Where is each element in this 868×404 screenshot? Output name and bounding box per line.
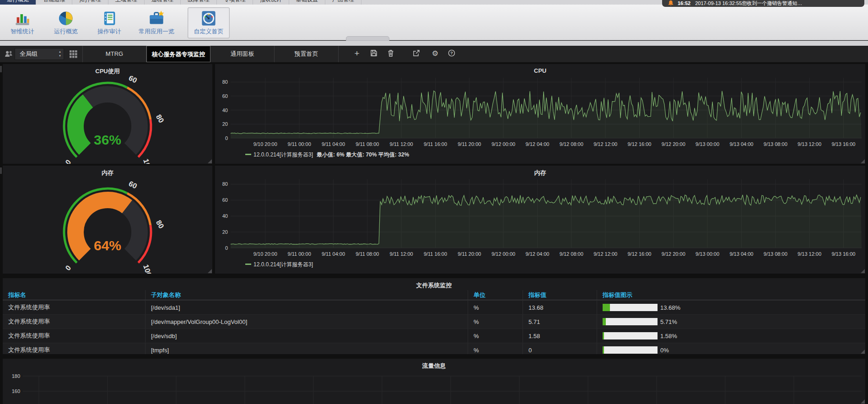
panel-mem-line: 内存0204060809/10 20:009/11 00:009/11 04:0… xyxy=(215,166,865,274)
toolbar-item-label: 智维统计 xyxy=(2,27,43,36)
dashboard-tab-1[interactable]: MTRG xyxy=(82,46,146,62)
mem-gauge: 0608010064% xyxy=(3,178,212,274)
x-axis-label: 9/12 16:00 xyxy=(627,141,651,147)
gauge-tick-label: 80 xyxy=(155,219,166,230)
menu-item-7[interactable]: 专项管理 xyxy=(217,0,253,5)
export-button[interactable] xyxy=(411,49,422,59)
table-row: 文件系统使用率[/dev/mapper/VolGroup00-LogVol00]… xyxy=(3,314,865,329)
x-axis-label: 9/12 20:00 xyxy=(662,141,685,147)
x-axis-label: 9/11 04:00 xyxy=(322,251,345,257)
gauge-tick-label: 100 xyxy=(142,158,153,164)
gauge-value: 36% xyxy=(94,132,121,147)
settings-button[interactable]: ⚙ xyxy=(430,49,441,59)
value-bar xyxy=(603,346,658,354)
x-axis-label: 9/11 00:00 xyxy=(288,141,311,147)
table-header-cell[interactable]: 子对象名称 xyxy=(145,290,468,300)
gauge-value: 64% xyxy=(94,238,121,253)
menu-item-5[interactable]: 巡检管理 xyxy=(145,0,181,5)
toolbar-item-5[interactable]: 自定义首页 xyxy=(188,7,230,38)
toolbar-item-label: 自定义首页 xyxy=(188,27,229,36)
dashboard-grid-icon[interactable] xyxy=(70,50,77,60)
cell-metric-name: 文件系统使用率 xyxy=(3,329,145,343)
cell-object-name: [tmpfs] xyxy=(145,343,468,354)
flow-grid-plot: 180160 xyxy=(3,359,865,404)
menu-item-9[interactable]: 基础设置 xyxy=(289,0,325,5)
table-header-cell[interactable]: 指标名 xyxy=(3,290,145,300)
toolbar-item-2[interactable]: 运行概览 xyxy=(45,7,87,38)
x-axis-label: 9/12 08:00 xyxy=(560,141,583,147)
group-select-value: 全局组 xyxy=(20,50,38,57)
help-button[interactable]: ? xyxy=(446,49,457,59)
y-axis-label: 160 xyxy=(12,388,20,394)
pie-chart-icon xyxy=(58,10,74,27)
dashboard-gauge-icon xyxy=(200,10,217,27)
y-axis-label: 60 xyxy=(222,93,228,99)
toolbar-item-label: 常用应用一览 xyxy=(136,27,177,36)
y-axis-label: 180 xyxy=(12,373,20,379)
legend-series-name[interactable]: 12.0.0.214[计算服务器3] xyxy=(253,151,313,158)
panel-title-cpu-gauge[interactable]: CPU使用 xyxy=(3,67,212,75)
menu-item-3[interactable]: 拓扑管理 xyxy=(72,0,108,5)
toolbar-item-3[interactable]: 操作审计 xyxy=(88,7,130,38)
x-axis-label: 9/10 20:00 xyxy=(253,141,277,147)
x-axis-label: 9/12 00:00 xyxy=(491,141,515,147)
gauge-tick-label: 100 xyxy=(142,264,153,274)
y-axis-label: 80 xyxy=(222,181,228,187)
cell-value-bar: 1.58% xyxy=(597,329,865,343)
value-bar-fill xyxy=(603,318,606,325)
x-axis-label: 9/11 20:00 xyxy=(458,251,481,257)
menu-item-1[interactable]: 运行概览 xyxy=(0,0,36,5)
cell-metric-name: 文件系统使用率 xyxy=(3,315,145,329)
dashboard-tab-4[interactable]: 预置首页 xyxy=(275,46,339,62)
table-header-cell[interactable]: 指标值 xyxy=(523,290,597,300)
x-axis-label: 9/12 04:00 xyxy=(525,141,549,147)
chart-legend: 12.0.0.214[计算服务器3]最小值: 6% 最大值: 70% 平均值: … xyxy=(245,151,409,159)
legend-color-icon xyxy=(245,264,251,265)
save-button[interactable] xyxy=(368,49,379,59)
x-axis-label: 9/11 12:00 xyxy=(390,251,413,257)
dashboard-tab-2[interactable]: 核心服务器专项监控 xyxy=(146,46,210,62)
notification-toast[interactable]: 16:522017-09-13 16:32:55您收到一个撤销告警通知… xyxy=(662,0,864,7)
x-axis-label: 9/13 04:00 xyxy=(729,141,753,147)
legend-series-name[interactable]: 12.0.0.214[计算服务器3] xyxy=(253,261,313,268)
dashboard-tab-3[interactable]: 通用面板 xyxy=(210,46,275,62)
table-header-cell[interactable]: 单位 xyxy=(468,290,523,300)
cell-value: 13.68 xyxy=(523,301,597,314)
menu-item-2[interactable]: 智能运维 xyxy=(36,0,72,5)
panel-flow-grid: 流量信息180160 xyxy=(3,359,865,404)
gauge-tick-label: 60 xyxy=(128,180,139,190)
menu-item-8[interactable]: 报表统计 xyxy=(253,0,289,5)
y-axis-label: 20 xyxy=(222,121,228,127)
cpu-line-plot: 0204060809/10 20:009/11 00:009/11 04:009… xyxy=(215,64,865,164)
toast-time: 16:52 xyxy=(678,0,690,6)
group-select[interactable]: 全局组 ▲▼ xyxy=(15,48,64,60)
panel-row-handle[interactable] xyxy=(0,167,2,174)
add-button[interactable]: + xyxy=(351,49,362,59)
table-row: 文件系统使用率[tmpfs]%00% xyxy=(3,343,865,354)
x-axis-label: 9/12 12:00 xyxy=(593,251,617,257)
value-bar-fill xyxy=(603,332,604,339)
value-bar xyxy=(603,318,658,325)
panel-title-fs-table[interactable]: 文件系统监控 xyxy=(3,281,865,290)
x-axis-label: 9/11 16:00 xyxy=(424,251,447,257)
toolbar-collapse-handle[interactable] xyxy=(346,36,389,41)
panel-title-mem-gauge[interactable]: 内存 xyxy=(3,169,212,177)
panel-row-handle[interactable] xyxy=(0,66,2,72)
gauge-tick-label: 60 xyxy=(128,76,139,85)
value-bar-label: 13.68% xyxy=(660,304,680,311)
menu-item-4[interactable]: 主域管理 xyxy=(108,0,145,5)
value-bar-label: 5.71% xyxy=(660,318,677,325)
audit-doc-icon xyxy=(101,10,118,27)
toolbar-item-label: 操作审计 xyxy=(89,27,130,36)
menu-item-10[interactable]: 产品管理 xyxy=(325,0,361,5)
menu-item-6[interactable]: 故障管理 xyxy=(181,0,217,5)
cell-unit: % xyxy=(468,315,523,329)
toolbar-item-1[interactable]: 智维统计 xyxy=(1,7,43,38)
toolbar-item-4[interactable]: 常用应用一览 xyxy=(135,7,178,38)
x-axis-label: 9/12 20:00 xyxy=(662,251,685,257)
delete-button[interactable] xyxy=(385,49,396,59)
dashboard-tab-bar: 全局组 ▲▼ MTRG核心服务器专项监控通用面板预置首页 +⚙? xyxy=(0,46,868,62)
table-header-cell[interactable]: 指标值图示 xyxy=(597,290,865,300)
table-row: 文件系统使用率[/dev/sdb]%1.581.58% xyxy=(3,329,865,343)
x-axis-label: 9/13 16:00 xyxy=(831,251,855,257)
